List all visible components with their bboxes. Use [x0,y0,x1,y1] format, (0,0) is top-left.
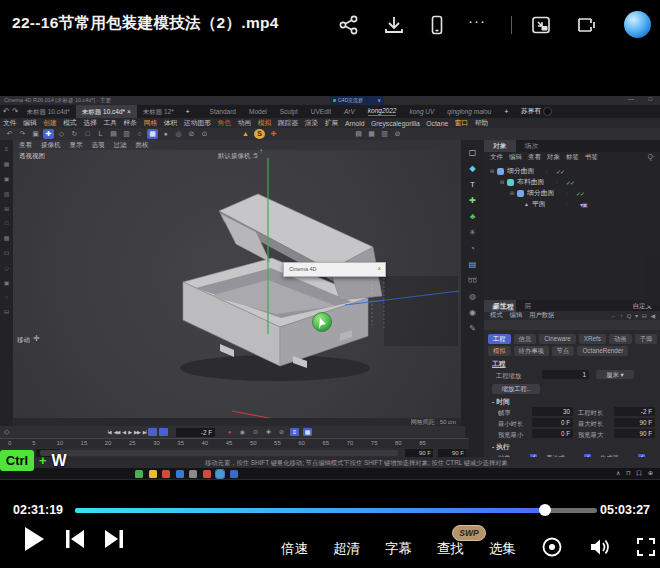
viewport[interactable]: 查看摄像机显示选项过滤面板 透视视图 默认摄像机 :5 ↑ 移动 ✛ [13,140,461,418]
panel-layout-button[interactable]: ⊘ [392,129,403,139]
objects-menu-item[interactable]: 对象 [547,153,560,162]
total-frames-field[interactable]: 90 F [438,449,466,457]
taskbar-app-icon[interactable] [162,470,170,478]
panel-layout-button[interactable]: ▥ [379,129,390,139]
range-track[interactable] [40,450,398,456]
menu-item[interactable]: 跟踪器 [278,118,298,128]
subtitle-button[interactable]: 字幕 [385,540,412,558]
menu-item[interactable]: 体积 [164,118,178,128]
attribute-tab[interactable]: 待办事项 [514,346,549,356]
timeline-tick[interactable]: 30 [153,440,177,446]
left-strip-icon[interactable]: ≡ [5,146,9,152]
scale-value-field[interactable]: 1 [542,370,589,379]
attribute-tab[interactable]: 动画 [609,334,632,344]
download-icon[interactable] [383,14,405,36]
taskbar-app-icon[interactable] [135,470,143,478]
speed-button[interactable]: 倍速 [281,540,308,558]
toolbar-button[interactable]: ◇ [56,129,67,139]
attributes-nav-icons[interactable]: ← ↑ Q ▾ ⊟ ◀ [610,312,656,319]
attributes-menu-item[interactable]: 用户数据 [529,311,554,320]
left-strip-icon[interactable]: ▣ [4,175,10,182]
project-time-field[interactable]: -2 F [614,407,655,416]
layout-tab[interactable]: 苏界有 [521,107,541,116]
find-button[interactable]: 查找 [437,540,464,558]
left-strip-icon[interactable]: ◇ [4,264,9,271]
menu-item[interactable]: 运动图形 [184,118,211,128]
mobile-icon[interactable] [426,14,448,36]
tool-palette-icon[interactable]: T [470,180,475,189]
preview-min-field[interactable]: 0 F [532,429,573,438]
attribute-tab[interactable]: 模拟 [488,346,511,356]
record-button[interactable]: ◉ [238,428,247,436]
layout-tab[interactable]: kong UV [409,108,434,115]
timeline-tick[interactable]: 25 [129,440,153,446]
objects-menu-item[interactable]: 文件 [490,153,503,162]
toolbar-button[interactable]: ▥ [121,129,132,139]
menu-item[interactable]: 帮助 [475,118,489,128]
left-strip-icon[interactable]: ⊟ [4,308,9,315]
attribute-tab[interactable]: XRefs [579,334,606,344]
menu-item[interactable]: 编辑 [23,118,37,128]
objects-panel-tab[interactable]: 场次 [516,140,548,152]
timeline-tick[interactable]: 60 [298,440,322,446]
toolbar-button[interactable]: ↷ [17,129,28,139]
tree-row[interactable]: ▲ 平面 [524,199,546,209]
toolbar-button[interactable]: ● [160,129,171,139]
keyframe-toggle[interactable] [148,428,157,436]
toolbar-status-icon[interactable]: S [254,129,265,139]
menu-item[interactable]: Greyscalegorilla [371,120,420,127]
transport-button[interactable]: ▶▶ [134,429,140,435]
menu-item[interactable]: 文件 [3,118,17,128]
tool-palette-icon[interactable]: ◉ [469,308,476,317]
tool-palette-icon[interactable]: ▤ [469,260,477,269]
object-toggles[interactable]: ∶ [566,201,568,207]
transport-button[interactable]: ◀ [122,429,125,435]
c4d-dialog[interactable]: Cinema 4D × [283,262,386,277]
menu-item[interactable]: Octane [426,120,448,127]
left-strip-icon[interactable]: ○ [5,294,9,300]
preview-max-field[interactable]: 90 F [614,429,655,438]
document-tab[interactable]: 未标题 10.c4d* × [76,105,137,118]
menu-item[interactable]: 渲染 [305,118,319,128]
toolbar-button[interactable]: ▤ [108,129,119,139]
timeline-tick[interactable]: 15 [81,440,105,446]
expand-icon[interactable]: ⊟ [500,179,504,185]
object-label[interactable]: 细分曲面 [527,188,554,198]
system-tray-icons[interactable]: ∧ ⊓ 口 ⊕ [616,469,655,478]
tool-palette-icon[interactable]: ➿ [468,276,478,285]
more-icon[interactable]: ··· [468,12,486,29]
timeline-tick[interactable]: 85 [419,440,443,446]
search-icon[interactable]: Q· [648,153,655,160]
toolbar-button[interactable]: ○ [134,129,145,139]
toolbar-button[interactable]: ▣ [30,129,41,139]
menu-item[interactable]: Arnold [345,120,365,127]
menu-item[interactable]: 扩展 [325,118,339,128]
toolbar-button[interactable]: ▦ [147,129,158,139]
layout-tab[interactable]: ArV [344,108,355,115]
left-strip-icon[interactable]: ⊡ [4,249,9,256]
tree-row[interactable]: ⊟ 布料曲面 [500,177,544,187]
range-end-field[interactable]: 90 F [405,449,433,457]
video-frame[interactable]: Cinema 4D R26.014 [未标题 10.c4d*] - 主要 — □… [0,50,660,496]
user-avatar[interactable] [624,11,651,38]
timeline-tick[interactable]: 65 [322,440,346,446]
document-tab[interactable]: 未标题 10.c4d* [20,105,75,118]
attribute-tab[interactable]: Cineware [539,334,576,344]
menu-item[interactable]: 模式 [63,118,77,128]
toolbar-status-icon[interactable]: ✚ [268,129,279,139]
taskbar-app-icon[interactable] [203,470,211,478]
tool-palette-icon[interactable]: ◆ [469,164,475,173]
layout-tab[interactable]: + [504,108,508,115]
menu-item[interactable]: 工具 [103,118,117,128]
attribute-tab[interactable]: 信息 [514,334,537,344]
left-strip-icon[interactable]: ▥ [4,190,10,197]
timeline-tick[interactable]: 80 [395,440,419,446]
attribute-tab[interactable]: 工程 [488,334,511,344]
record-button[interactable]: ⊘ [277,428,286,436]
panel-layout-button[interactable]: ▦ [366,129,377,139]
layout-tab[interactable]: kong2022 [368,107,397,116]
objects-menu-item[interactable]: 查看 [528,153,541,162]
side-window-icon[interactable] [574,14,596,36]
object-label[interactable]: 平面 [532,199,546,209]
timeline-tick[interactable]: 0 [8,440,32,446]
